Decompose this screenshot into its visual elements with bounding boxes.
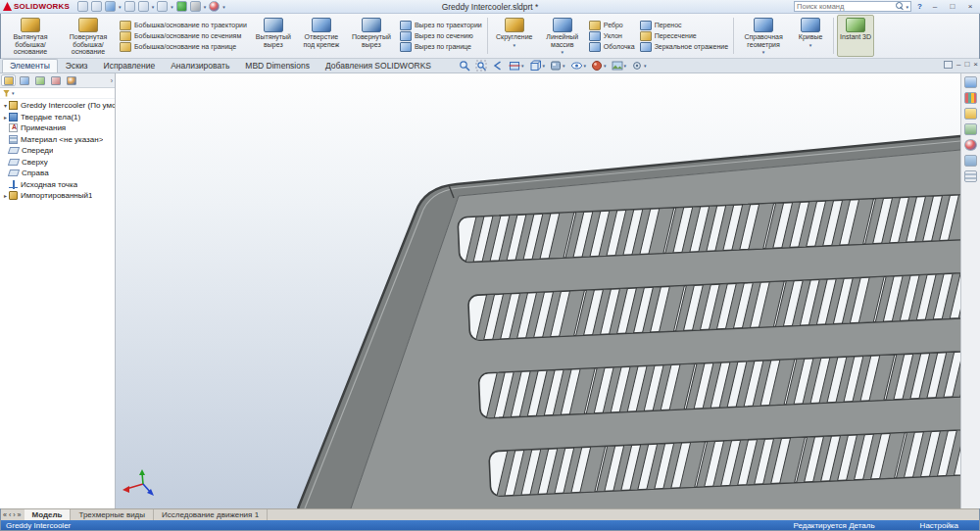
tree-filter-dropdown-icon[interactable]: ▾	[12, 90, 15, 96]
display-style-button[interactable]: ▾	[550, 60, 565, 72]
undo-icon[interactable]	[138, 1, 149, 12]
instant3d-button[interactable]: Instant 3D	[837, 15, 874, 57]
lofted-boss-button[interactable]: Бобышка/основание по сечениям	[120, 31, 247, 41]
display-style-dropdown-icon[interactable]: ▾	[563, 63, 565, 69]
tab-3d-views[interactable]: Трехмерные виды	[71, 509, 154, 520]
select-dropdown-icon[interactable]: ▾	[171, 4, 173, 10]
tab-dimxpertmanager[interactable]	[48, 74, 63, 86]
rib-button[interactable]: Ребро	[589, 21, 635, 30]
edit-appearance-button[interactable]: ▾	[591, 60, 607, 72]
tab-repair[interactable]: Исправление	[96, 59, 164, 72]
view-orientation-dropdown-icon[interactable]: ▾	[543, 63, 546, 69]
tree-item-front-plane[interactable]: Спереди	[0, 145, 115, 157]
solidworks-resources-icon[interactable]	[964, 76, 977, 88]
collapse-arrow-icon[interactable]: ▾	[2, 102, 9, 109]
tab-solidworks-addins[interactable]: Добавления SOLIDWORKS	[318, 59, 439, 72]
apply-scene-dropdown-icon[interactable]: ▾	[624, 63, 627, 69]
lofted-cut-button[interactable]: Вырез по сечению	[400, 31, 482, 41]
tree-filter-icon[interactable]	[3, 90, 10, 97]
tab-scroll-last-icon[interactable]: »	[18, 511, 22, 518]
boundary-boss-button[interactable]: Бобышка/основание на границе	[120, 42, 247, 52]
tab-model[interactable]: Модель	[24, 509, 72, 520]
select-tool-icon[interactable]	[157, 1, 168, 12]
document-restore-button[interactable]: □	[964, 60, 969, 69]
search-dropdown-icon[interactable]: ▾	[906, 4, 909, 10]
section-view-button[interactable]: ▾	[509, 60, 524, 72]
forum-icon[interactable]	[964, 170, 977, 182]
tree-item-material[interactable]: Материал <не указан>	[0, 134, 115, 146]
close-button[interactable]: ×	[963, 1, 977, 12]
curves-dropdown-icon[interactable]: ▾	[809, 42, 812, 48]
linear-pattern-dropdown-icon[interactable]: ▾	[562, 49, 564, 55]
curves-button[interactable]: Кривые ▾	[791, 15, 830, 57]
graphics-viewport[interactable]	[116, 73, 960, 508]
hole-wizard-button[interactable]: Отверстие под крепеж	[298, 15, 345, 57]
view-palette-icon[interactable]	[964, 123, 977, 135]
tree-item-origin[interactable]: Исходная точка	[0, 179, 115, 191]
tree-root-item[interactable]: ▾ Greddy Intercooler (По умолчанию<	[0, 100, 115, 112]
tab-scroll-first-icon[interactable]: «	[3, 511, 7, 518]
command-search-input[interactable]	[797, 2, 893, 11]
expand-arrow-icon[interactable]: ▸	[2, 192, 9, 199]
tab-configurationmanager[interactable]	[32, 74, 47, 86]
open-document-icon[interactable]	[91, 1, 102, 12]
tab-scroll-next-icon[interactable]: ›	[13, 511, 15, 518]
hide-show-items-button[interactable]: ▾	[570, 60, 587, 72]
document-minimize-button[interactable]: –	[956, 60, 960, 69]
tab-evaluate[interactable]: Анализировать	[163, 59, 237, 72]
tab-mbd-dimensions[interactable]: MBD Dimensions	[237, 59, 318, 72]
edit-appearance-icon[interactable]	[209, 1, 220, 12]
zoom-fit-button[interactable]	[459, 60, 470, 72]
tab-propertymanager[interactable]	[17, 74, 31, 86]
revolved-boss-button[interactable]: Повернутая бобышка/основание	[60, 15, 117, 57]
new-document-icon[interactable]	[77, 1, 88, 12]
custom-properties-icon[interactable]	[964, 155, 977, 167]
zoom-area-button[interactable]	[475, 60, 487, 72]
shell-button[interactable]: Оболочка	[589, 42, 635, 52]
tree-item-right-plane[interactable]: Справа	[0, 168, 115, 179]
extruded-cut-button[interactable]: Вытянутый вырез	[250, 15, 297, 57]
print-icon[interactable]	[124, 1, 135, 12]
fillet-button[interactable]: Скругление ▾	[491, 15, 538, 57]
edit-appearance-dropdown-icon[interactable]: ▾	[604, 63, 607, 69]
intersect-button[interactable]: Пересечение	[640, 31, 728, 41]
apply-scene-button[interactable]: ▾	[612, 60, 627, 72]
tree-item-imported1[interactable]: ▸ Импортированный1	[0, 190, 115, 202]
search-icon[interactable]	[896, 2, 905, 11]
linear-pattern-button[interactable]: Линейный массив ▾	[539, 15, 586, 57]
view-orientation-button[interactable]: ▾	[529, 60, 546, 72]
tab-features[interactable]: Элементы	[2, 59, 58, 72]
swept-cut-button[interactable]: Вырез по траектории	[400, 21, 482, 30]
undo-dropdown-icon[interactable]: ▾	[152, 4, 155, 10]
save-dropdown-icon[interactable]: ▾	[119, 4, 122, 10]
tab-featuremanager-tree[interactable]	[1, 74, 16, 86]
section-view-dropdown-icon[interactable]: ▾	[521, 63, 524, 69]
tab-scroll-prev-icon[interactable]: ‹	[9, 511, 11, 518]
mirror-button[interactable]: Зеркальное отражение	[640, 42, 728, 52]
tab-motion-study[interactable]: Исследование движения 1	[154, 509, 268, 520]
boundary-cut-button[interactable]: Вырез по границе	[400, 42, 482, 52]
extruded-boss-button[interactable]: Вытянутая бобышка/основание	[2, 15, 59, 57]
revolved-cut-button[interactable]: Повернутый вырез	[346, 15, 397, 57]
minimize-button[interactable]: –	[928, 1, 942, 12]
hide-show-dropdown-icon[interactable]: ▾	[584, 63, 587, 69]
fillet-dropdown-icon[interactable]: ▾	[514, 42, 516, 48]
previous-view-button[interactable]	[492, 60, 504, 72]
file-explorer-icon[interactable]	[964, 108, 977, 120]
design-library-icon[interactable]	[964, 92, 977, 104]
document-close-button[interactable]: ×	[973, 60, 978, 69]
tab-displaymanager[interactable]	[64, 74, 78, 86]
help-button[interactable]: ?	[915, 2, 924, 11]
tree-item-top-plane[interactable]: Сверху	[0, 157, 115, 169]
status-customize[interactable]: Настройка	[920, 521, 958, 530]
maximize-button[interactable]: □	[946, 1, 959, 12]
panel-tabs-overflow-icon[interactable]: ›	[111, 77, 114, 84]
document-cascade-icon[interactable]	[944, 61, 953, 69]
tree-item-solid-bodies[interactable]: ▸ Твердые тела(1)	[0, 112, 115, 123]
view-settings-button[interactable]: ▾	[631, 60, 647, 72]
draft-button[interactable]: Уклон	[589, 31, 635, 41]
command-search[interactable]: ▾	[794, 1, 911, 12]
save-icon[interactable]	[105, 1, 116, 12]
options-dropdown-icon[interactable]: ▾	[204, 4, 207, 10]
swept-boss-button[interactable]: Бобышка/основание по траектории	[120, 21, 247, 30]
